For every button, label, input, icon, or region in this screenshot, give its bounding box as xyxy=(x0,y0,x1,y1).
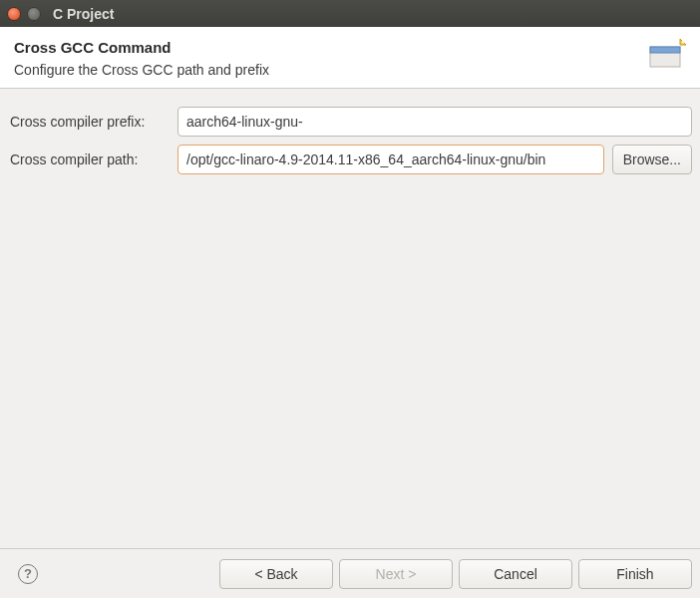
window-titlebar: C Project xyxy=(0,0,700,27)
path-label: Cross compiler path: xyxy=(8,151,170,167)
page-subtitle: Configure the Cross GCC path and prefix xyxy=(14,62,686,78)
browse-button[interactable]: Browse... xyxy=(612,145,692,174)
help-icon[interactable]: ? xyxy=(18,564,38,584)
prefix-input[interactable] xyxy=(177,107,692,137)
prefix-label: Cross compiler prefix: xyxy=(8,114,170,130)
prefix-row: Cross compiler prefix: xyxy=(8,107,692,137)
next-button: Next > xyxy=(339,559,453,589)
svg-rect-1 xyxy=(650,47,680,53)
svg-point-3 xyxy=(682,41,685,44)
page-title: Cross GCC Command xyxy=(14,39,686,56)
cancel-button[interactable]: Cancel xyxy=(459,559,572,589)
minimize-icon[interactable] xyxy=(27,7,41,21)
back-button[interactable]: < Back xyxy=(219,559,333,589)
close-icon[interactable] xyxy=(7,7,21,21)
path-row: Cross compiler path: Browse... xyxy=(8,145,692,174)
wizard-header: Cross GCC Command Configure the Cross GC… xyxy=(0,27,700,89)
path-input[interactable] xyxy=(177,145,604,174)
window-title: C Project xyxy=(53,6,114,22)
wizard-footer: ? < Back Next > Cancel Finish xyxy=(0,548,700,598)
finish-button[interactable]: Finish xyxy=(578,559,692,589)
wizard-banner-icon xyxy=(646,37,688,76)
wizard-content: Cross compiler prefix: Cross compiler pa… xyxy=(0,89,700,190)
